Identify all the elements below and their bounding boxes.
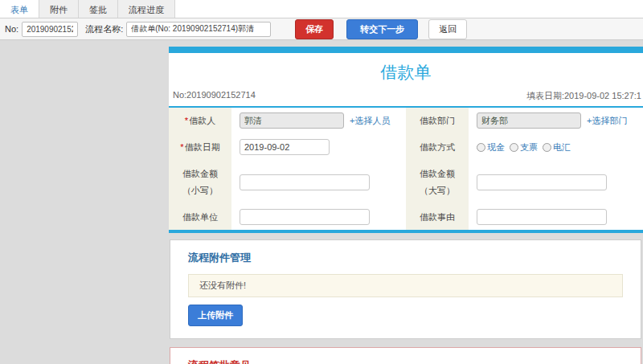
borrower-input[interactable] (240, 112, 344, 129)
amount-big-label-cell: 借款金额（大写） (406, 161, 469, 204)
amount-small-input[interactable] (240, 174, 370, 190)
loan-date-input[interactable] (240, 139, 330, 155)
tab-attachments[interactable]: 附件 (39, 0, 79, 18)
radio-check[interactable]: 支票 (510, 141, 538, 153)
loan-unit-label-cell: 借款单位 (169, 204, 231, 231)
radio-icon (477, 143, 485, 152)
loan-reason-label-cell: 借款事由 (406, 204, 469, 231)
next-step-button[interactable]: 转交下一步 (346, 19, 418, 39)
no-label: No: (5, 24, 18, 34)
loan-method-label-cell: 借款方式 (406, 134, 469, 161)
loan-form-grid: *借款人 +选择人员 借款部门 +选择部门 *借款日期 (169, 108, 643, 230)
process-name-input[interactable] (126, 22, 271, 37)
approval-title: 流程签批意见 (188, 358, 623, 364)
tab-approval[interactable]: 签批 (79, 0, 118, 18)
no-attachments-alert: 还没有附件! (188, 274, 623, 297)
tab-form[interactable]: 表单 (0, 0, 39, 18)
process-name-label: 流程名称: (85, 23, 123, 35)
loan-form-section: 借款单 No:20190902152714 填表日期:2019-09-02 15… (169, 47, 643, 233)
attachments-card: 流程附件管理 还没有附件! 上传附件 (170, 239, 641, 339)
department-label-cell: 借款部门 (406, 108, 469, 134)
action-toolbar: No: 流程名称: 保存 转交下一步 返回 (0, 18, 643, 40)
radio-icon (510, 143, 518, 152)
tab-progress[interactable]: 流程进度 (118, 0, 175, 18)
no-input[interactable] (22, 22, 78, 37)
approval-card: 流程签批意见 B I abc (170, 347, 641, 364)
radio-cash[interactable]: 现金 (477, 141, 505, 153)
upload-attachment-button[interactable]: 上传附件 (188, 305, 243, 326)
required-mark: * (180, 142, 183, 152)
back-button[interactable]: 返回 (428, 19, 467, 39)
radio-icon (543, 143, 551, 152)
loan-date-label-cell: *借款日期 (169, 134, 231, 161)
select-department-link[interactable]: +选择部门 (587, 115, 627, 127)
footer-accent-bar (169, 230, 643, 233)
loan-unit-input[interactable] (240, 209, 370, 225)
form-date-text: 填表日期:2019-09-02 15:27:1 (526, 90, 641, 102)
select-person-link[interactable]: +选择人员 (350, 115, 390, 127)
page-title: 借款单 (169, 53, 643, 88)
required-mark: * (185, 116, 188, 125)
tab-bar: 表单 附件 签批 流程进度 (0, 0, 643, 18)
loan-method-radios: 现金 支票 电汇 (469, 134, 643, 161)
radio-wire[interactable]: 电汇 (543, 141, 571, 153)
main-content: 借款单 No:20190902152714 填表日期:2019-09-02 15… (0, 41, 643, 364)
form-no-text: No:20190902152714 (173, 90, 256, 102)
save-button[interactable]: 保存 (295, 19, 334, 39)
loan-reason-input[interactable] (477, 209, 607, 225)
amount-small-label-cell: 借款金额（小写） (169, 161, 231, 204)
header-accent-bar (169, 47, 643, 53)
attachments-title: 流程附件管理 (188, 251, 623, 265)
amount-big-input[interactable] (477, 174, 607, 190)
department-input[interactable] (477, 112, 581, 129)
borrower-label-cell: *借款人 (169, 108, 231, 134)
